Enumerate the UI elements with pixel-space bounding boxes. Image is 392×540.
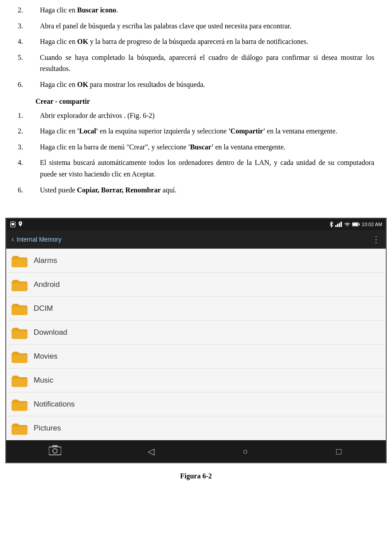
battery-icon bbox=[352, 222, 360, 227]
list-item: 1. Abrir explorador de archivos . (Fig. … bbox=[18, 110, 374, 121]
folder-icon bbox=[12, 350, 27, 363]
signal-icon bbox=[335, 222, 342, 227]
nav-home-button[interactable]: ○ bbox=[234, 443, 257, 460]
list-content: Haga clic en 'Local' en la esquina super… bbox=[40, 125, 374, 137]
title-bar-label: Internal Memory bbox=[16, 236, 61, 243]
folder-icon bbox=[12, 254, 27, 267]
folder-name: Pictures bbox=[34, 424, 61, 433]
list-item: 6. Usted puede Copiar, Borrar, Renombrar… bbox=[18, 184, 374, 196]
folder-name: Android bbox=[34, 280, 60, 289]
bold-text: OK bbox=[77, 38, 88, 45]
list-number: 2. bbox=[18, 4, 40, 16]
recent-icon: □ bbox=[336, 446, 341, 456]
nav-recent-button[interactable]: □ bbox=[327, 443, 350, 460]
list-item: 3. Abra el panel de búsqueda y escriba l… bbox=[18, 20, 374, 32]
svg-point-10 bbox=[53, 449, 57, 453]
bold-text: 'Local' bbox=[77, 127, 98, 135]
folder-item-pictures[interactable]: Pictures bbox=[6, 416, 386, 440]
bold-text: 'Compartir' bbox=[228, 127, 265, 135]
nav-bar: ◁ ○ □ bbox=[6, 440, 386, 462]
folder-name: Music bbox=[34, 376, 53, 385]
bold-text: OK bbox=[77, 81, 88, 88]
folder-icon bbox=[12, 398, 27, 411]
status-time: 10:02 AM bbox=[362, 222, 382, 227]
document-content: 2. Haga clic en Buscar icono. 3. Abra el… bbox=[0, 0, 392, 209]
folder-item-download[interactable]: Download bbox=[6, 321, 386, 344]
svg-rect-8 bbox=[359, 223, 360, 225]
folder-name: Download bbox=[34, 328, 67, 337]
list-item: 5. Cuando se haya completado la búsqueda… bbox=[18, 52, 374, 74]
status-right-icons: 10:02 AM bbox=[329, 221, 382, 227]
list-item: 3. Haga clic en la barra de menú "Crear"… bbox=[18, 141, 374, 153]
list-1: 2. Haga clic en Buscar icono. 3. Abra el… bbox=[18, 4, 374, 90]
folder-item-android[interactable]: Android bbox=[6, 273, 386, 297]
folder-icon bbox=[12, 302, 27, 315]
list-content: Abrir explorador de archivos . (Fig. 6-2… bbox=[40, 110, 374, 121]
list-content: Haga clic en OK para mostrar los resulta… bbox=[40, 79, 374, 90]
folder-icon bbox=[12, 326, 27, 339]
file-list: Alarms Android DCIM bbox=[6, 249, 386, 440]
camera-icon bbox=[49, 445, 61, 456]
folder-name: Alarms bbox=[34, 256, 57, 265]
list-content: Haga clic en Buscar icono. bbox=[40, 4, 374, 16]
folder-name: Movies bbox=[34, 352, 58, 361]
list-number: 3. bbox=[18, 20, 40, 32]
list-content: Haga clic en la barra de menú "Crear", y… bbox=[40, 141, 374, 153]
title-bar: ‹ Internal Memory ⋮ bbox=[6, 230, 386, 249]
nav-back-button[interactable]: ◁ bbox=[139, 442, 163, 460]
screenshot-button[interactable] bbox=[42, 442, 68, 461]
bluetooth-icon bbox=[329, 221, 333, 227]
list-number: 4. bbox=[18, 157, 40, 180]
folder-name: Notifications bbox=[34, 400, 75, 409]
svg-rect-11 bbox=[52, 445, 58, 447]
list-content: Abra el panel de búsqueda y escriba las … bbox=[40, 20, 374, 32]
list-number: 2. bbox=[18, 125, 40, 137]
figure-caption: Figura 6-2 bbox=[0, 472, 392, 480]
wifi-icon bbox=[344, 222, 350, 227]
list-number: 1. bbox=[18, 110, 40, 121]
list-2: 1. Abrir explorador de archivos . (Fig. … bbox=[18, 110, 374, 196]
list-content: Haga clic en OK y la barra de progreso d… bbox=[40, 36, 374, 47]
list-content: Usted puede Copiar, Borrar, Renombrar aq… bbox=[40, 184, 374, 196]
svg-rect-3 bbox=[337, 224, 338, 227]
list-number: 4. bbox=[18, 36, 40, 47]
folder-item-movies[interactable]: Movies bbox=[6, 344, 386, 368]
svg-rect-9 bbox=[49, 447, 61, 455]
chevron-left-icon: ‹ bbox=[12, 235, 14, 243]
folder-icon bbox=[12, 374, 27, 387]
home-icon: ○ bbox=[243, 446, 248, 456]
folder-item-notifications[interactable]: Notifications bbox=[6, 392, 386, 416]
list-item: 4. Haga clic en OK y la barra de progres… bbox=[18, 36, 374, 47]
status-bar: 10:02 AM bbox=[6, 219, 386, 230]
list-content: Cuando se haya completado la búsqueda, a… bbox=[40, 52, 374, 74]
folder-item-dcim[interactable]: DCIM bbox=[6, 297, 386, 321]
section-heading: Crear - compartir bbox=[35, 98, 374, 106]
svg-rect-2 bbox=[335, 225, 337, 227]
sim-icon bbox=[10, 221, 16, 227]
bold-text: Copiar, Borrar, Renombrar bbox=[77, 186, 161, 194]
phone-container: 10:02 AM ‹ Internal Memory ⋮ Alarms bbox=[5, 218, 387, 463]
list-item: 4. El sistema buscará automáticamente to… bbox=[18, 157, 374, 180]
list-number: 3. bbox=[18, 141, 40, 153]
bold-text: 'Buscar' bbox=[188, 143, 213, 151]
list-content: El sistema buscará automáticamente todos… bbox=[40, 157, 374, 180]
svg-rect-5 bbox=[341, 222, 342, 227]
folder-name: DCIM bbox=[34, 304, 53, 313]
svg-rect-1 bbox=[12, 223, 14, 225]
list-item: 6. Haga clic en OK para mostrar los resu… bbox=[18, 79, 374, 90]
list-item: 2. Haga clic en Buscar icono. bbox=[18, 4, 374, 16]
back-icon: ◁ bbox=[148, 446, 154, 456]
list-item: 2. Haga clic en 'Local' en la esquina su… bbox=[18, 125, 374, 137]
folder-item-alarms[interactable]: Alarms bbox=[6, 249, 386, 273]
folder-icon bbox=[12, 422, 27, 435]
status-left-icons bbox=[10, 221, 23, 227]
list-number: 6. bbox=[18, 79, 40, 90]
menu-icon[interactable]: ⋮ bbox=[372, 234, 380, 245]
location-icon bbox=[18, 221, 23, 227]
title-bar-back[interactable]: ‹ Internal Memory bbox=[12, 235, 61, 243]
list-number: 6. bbox=[18, 184, 40, 196]
svg-rect-7 bbox=[353, 223, 358, 226]
bold-text: Buscar icono bbox=[77, 6, 116, 14]
folder-item-music[interactable]: Music bbox=[6, 368, 386, 392]
folder-icon bbox=[12, 278, 27, 291]
